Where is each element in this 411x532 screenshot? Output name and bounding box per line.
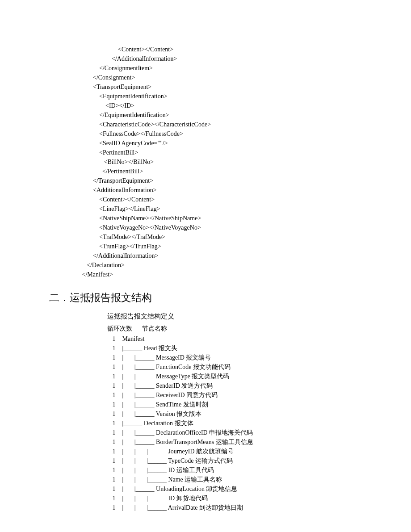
loop-count: 1 — [107, 428, 121, 437]
loop-count: 1 — [107, 484, 121, 494]
loop-count: 1 — [107, 362, 121, 372]
tree-row: 1 | |______ DeclarationOfficeID 申报地海关代码 — [107, 428, 366, 437]
structure-tree: 1 Manifest1 |______ Head 报文头1 | |______ … — [107, 334, 366, 512]
section-heading: 二．运抵报告报文结构 — [49, 290, 366, 306]
tree-row: 1 | | |______ ArrivalDate 到达卸货地日期 — [107, 503, 366, 512]
node-label: | |______ FunctionCode 报文功能代码 — [121, 362, 231, 372]
loop-count: 1 — [107, 390, 121, 400]
tree-row: 1 | |______ BorderTransportMeans 运输工具信息 — [107, 437, 366, 447]
tree-row: 1 | |______ SenderID 发送方代码 — [107, 381, 366, 390]
node-label: |______ Head 报文头 — [121, 343, 177, 353]
loop-count: 1 — [107, 419, 121, 428]
tree-row: 1 | |______ UnloadingLocation 卸货地信息 — [107, 484, 366, 494]
node-label: | |______ DeclarationOfficeID 申报地海关代码 — [121, 428, 253, 437]
tree-row: 1 | |______ FunctionCode 报文功能代码 — [107, 362, 366, 372]
loop-count: 1 — [107, 456, 121, 465]
node-label: | |______ Version 报文版本 — [121, 409, 201, 419]
node-label: | |______ ReceiverID 同意方代码 — [121, 390, 218, 400]
subsection-title: 运抵报告报文结构定义 — [107, 311, 366, 322]
tree-row: 1 | |______ ReceiverID 同意方代码 — [107, 390, 366, 400]
tree-row: 1 | |______ MessageType 报文类型代码 — [107, 372, 366, 381]
node-label: | | |______ ID 卸货地代码 — [121, 494, 208, 503]
tree-row: 1 |______ Head 报文头 — [107, 343, 366, 353]
loop-count: 1 — [107, 409, 121, 419]
tree-row: 1 | | |______ TypeCode 运输方式代码 — [107, 456, 366, 465]
tree-row: 1 | |______ SendTime 发送时刻 — [107, 400, 366, 409]
node-label: | |______ BorderTransportMeans 运输工具信息 — [121, 437, 253, 447]
col-header-loop-count: 循环次数 — [107, 325, 132, 332]
node-label: Manifest — [121, 334, 144, 343]
loop-count: 1 — [107, 381, 121, 390]
loop-count: 1 — [107, 465, 121, 475]
tree-row: 1 | |______ Version 报文版本 — [107, 409, 366, 419]
node-label: | |______ MessageType 报文类型代码 — [121, 372, 229, 381]
tree-row: 1 | | |______ Name 运输工具名称 — [107, 475, 366, 484]
node-label: | | |______ Name 运输工具名称 — [121, 475, 222, 484]
node-label: | |______ SenderID 发送方代码 — [121, 381, 213, 390]
tree-row: 1 | | |______ ID 运输工具代码 — [107, 465, 366, 475]
loop-count: 1 — [107, 372, 121, 381]
node-label: | |______ MessageID 报文编号 — [121, 353, 211, 362]
col-header-node-name: 节点名称 — [142, 325, 167, 332]
loop-count: 1 — [107, 503, 121, 512]
loop-count: 1 — [107, 400, 121, 409]
node-label: | | |______ ArrivalDate 到达卸货地日期 — [121, 503, 243, 512]
xml-code-block: <Content></Content> </AdditionalInformat… — [80, 45, 366, 279]
tree-row: 1 |______ Declaration 报文体 — [107, 419, 366, 428]
tree-row: 1 | | |______ JourneyID 航次航班编号 — [107, 447, 366, 456]
loop-count: 1 — [107, 447, 121, 456]
tree-row: 1 | | |______ ID 卸货地代码 — [107, 494, 366, 503]
loop-count: 1 — [107, 494, 121, 503]
loop-count: 1 — [107, 343, 121, 353]
tree-column-header: 循环次数 节点名称 — [107, 324, 366, 333]
node-label: | |______ SendTime 发送时刻 — [121, 400, 208, 409]
tree-row: 1 Manifest — [107, 334, 366, 343]
node-label: | | |______ ID 运输工具代码 — [121, 465, 214, 475]
node-label: | | |______ JourneyID 航次航班编号 — [121, 447, 234, 456]
node-label: | | |______ TypeCode 运输方式代码 — [121, 456, 233, 465]
loop-count: 1 — [107, 475, 121, 484]
loop-count: 1 — [107, 334, 121, 343]
node-label: | |______ UnloadingLocation 卸货地信息 — [121, 484, 237, 494]
loop-count: 1 — [107, 437, 121, 447]
tree-row: 1 | |______ MessageID 报文编号 — [107, 353, 366, 362]
loop-count: 1 — [107, 353, 121, 362]
node-label: |______ Declaration 报文体 — [121, 419, 193, 428]
